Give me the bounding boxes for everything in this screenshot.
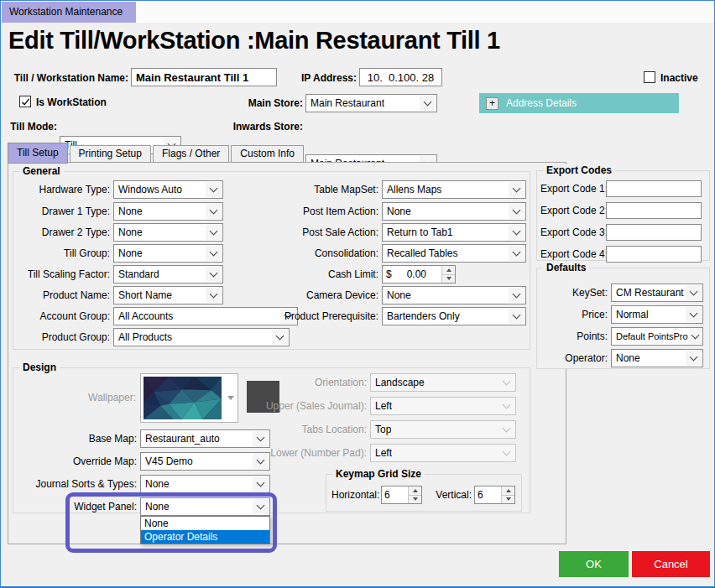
tabs-location-select: Top bbox=[370, 420, 516, 439]
table-mapset-select[interactable]: Allens Maps bbox=[382, 180, 526, 199]
till-group-select[interactable]: None bbox=[113, 244, 223, 263]
points-label: Points: bbox=[540, 330, 608, 342]
till-mode-label: Till Mode: bbox=[6, 121, 57, 133]
product-group-select[interactable]: All Products bbox=[113, 328, 290, 346]
horizontal-grid-stepper[interactable]: 6 bbox=[381, 486, 422, 504]
chevron-down-icon bbox=[686, 285, 702, 300]
till-workstation-name-label: Till / Workstation Name: bbox=[6, 72, 128, 84]
dropdown-option-operator-details[interactable]: Operator Details bbox=[141, 530, 269, 544]
camera-device-label: Camera Device: bbox=[274, 289, 378, 301]
up-arrow-icon bbox=[446, 268, 451, 272]
ip-address-input[interactable] bbox=[359, 68, 442, 86]
product-name-label: Product Name: bbox=[22, 289, 110, 301]
general-group: General Hardware Type: Windows Auto Draw… bbox=[13, 171, 530, 350]
inactive-checkbox[interactable] bbox=[644, 71, 655, 83]
chevron-down-icon bbox=[206, 267, 222, 282]
product-name-select[interactable]: Short Name bbox=[113, 286, 223, 304]
keymap-grid-size-group: Keymap Grid Size Horizontal: 6 Vertical:… bbox=[326, 474, 522, 512]
is-workstation-checkbox[interactable] bbox=[19, 96, 31, 107]
hardware-type-select[interactable]: Windows Auto bbox=[113, 180, 223, 199]
product-prerequisite-select[interactable]: Bartenders Only bbox=[382, 307, 526, 325]
keyset-select[interactable]: CM Restaurant bbox=[611, 284, 703, 302]
chevron-down-icon bbox=[686, 351, 702, 366]
main-store-select[interactable]: Main Restaurant bbox=[305, 94, 437, 112]
post-item-action-label: Post Item Action: bbox=[274, 206, 378, 217]
down-arrow-icon bbox=[506, 497, 511, 501]
export-code-2-input[interactable] bbox=[606, 202, 702, 219]
product-group-value: All Products bbox=[118, 331, 172, 343]
stepper-buttons bbox=[501, 487, 514, 503]
widget-panel-dropdown-list: None Operator Details bbox=[140, 516, 270, 544]
post-item-action-value: None bbox=[387, 206, 411, 217]
inactive-label: Inactive bbox=[660, 72, 698, 84]
chevron-down-icon bbox=[206, 204, 222, 219]
general-group-title: General bbox=[19, 165, 64, 177]
cash-limit-stepper[interactable]: $ 0.00 bbox=[382, 265, 456, 284]
cancel-button[interactable]: Cancel bbox=[632, 551, 710, 577]
widget-panel-select[interactable]: None bbox=[140, 497, 270, 516]
export-code-3-input[interactable] bbox=[606, 224, 702, 241]
till-scaling-factor-select[interactable]: Standard bbox=[113, 265, 223, 284]
export-code-4-label: Export Code 4: bbox=[540, 248, 603, 260]
drawer2-type-label: Drawer 2 Type: bbox=[22, 226, 110, 238]
journal-sorts-value: None bbox=[145, 478, 170, 490]
table-mapset-value: Allens Maps bbox=[387, 184, 441, 195]
address-details-label: Address Details bbox=[506, 97, 577, 109]
till-workstation-name-input[interactable] bbox=[131, 68, 277, 86]
table-mapset-label: Table MapSet: bbox=[274, 184, 378, 195]
chevron-down-icon bbox=[498, 398, 514, 414]
journal-sorts-select[interactable]: None bbox=[140, 475, 270, 493]
chevron-down-icon bbox=[686, 307, 702, 322]
window-title-tab[interactable]: Workstation Maintenance bbox=[2, 2, 136, 23]
page-title: Edit Till/WorkStation :Main Restaurant T… bbox=[8, 27, 500, 55]
journal-sorts-label: Journal Sorts & Types: bbox=[17, 478, 137, 490]
defaults-group-title: Defaults bbox=[543, 262, 589, 273]
dropdown-option-none[interactable]: None bbox=[141, 517, 269, 530]
main-store-value: Main Restaurant bbox=[311, 97, 384, 109]
orientation-select: Landscape bbox=[370, 373, 516, 392]
product-group-label: Product Group: bbox=[22, 331, 110, 343]
till-scaling-factor-label: Till Scaling Factor: bbox=[22, 268, 110, 280]
till-group-value: None bbox=[118, 247, 143, 259]
cash-limit-label: Cash Limit: bbox=[274, 268, 378, 280]
widget-panel-label: Widget Panel: bbox=[17, 501, 137, 513]
product-prerequisite-value: Bartenders Only bbox=[387, 310, 460, 322]
price-label: Price: bbox=[540, 309, 608, 320]
consolidation-select[interactable]: Recalled Tables bbox=[382, 244, 526, 263]
keymap-grid-size-title: Keymap Grid Size bbox=[332, 468, 425, 480]
tab-flags-other[interactable]: Flags / Other bbox=[153, 145, 229, 163]
vertical-grid-stepper[interactable]: 6 bbox=[474, 486, 515, 504]
chevron-down-icon bbox=[206, 288, 222, 303]
export-code-1-input[interactable] bbox=[606, 180, 702, 197]
drawer1-type-select[interactable]: None bbox=[113, 202, 223, 221]
address-details-button[interactable]: + Address Details bbox=[479, 93, 679, 113]
account-group-select[interactable]: All Accounts bbox=[113, 307, 298, 325]
vertical-label: Vertical: bbox=[431, 489, 472, 501]
tab-custom-info[interactable]: Custom Info bbox=[231, 145, 304, 163]
spin-down-button[interactable] bbox=[409, 495, 421, 504]
drawer1-type-label: Drawer 1 Type: bbox=[22, 206, 110, 217]
tabs-location-label: Tabs Location: bbox=[185, 424, 367, 435]
product-name-value: Short Name bbox=[118, 289, 172, 301]
spin-up-button[interactable] bbox=[442, 266, 455, 274]
chevron-down-icon bbox=[206, 182, 222, 197]
spin-up-button[interactable] bbox=[409, 487, 421, 495]
export-codes-group-title: Export Codes bbox=[543, 164, 615, 176]
post-item-action-select[interactable]: None bbox=[382, 202, 526, 221]
spin-up-button[interactable] bbox=[502, 487, 514, 495]
tab-till-setup[interactable]: Till Setup bbox=[8, 143, 68, 164]
post-sale-action-select[interactable]: Return to Tab1 bbox=[382, 223, 526, 242]
operator-select[interactable]: None bbox=[611, 349, 703, 367]
export-code-4-input[interactable] bbox=[606, 246, 702, 263]
tab-printing-setup[interactable]: Printing Setup bbox=[70, 145, 151, 163]
expand-plus-icon[interactable]: + bbox=[486, 97, 498, 110]
points-select[interactable]: Default PointsProf bbox=[611, 327, 703, 346]
spin-down-button[interactable] bbox=[502, 495, 514, 504]
ok-button[interactable]: OK bbox=[559, 551, 629, 577]
camera-device-select[interactable]: None bbox=[382, 286, 526, 304]
price-select[interactable]: Normal bbox=[611, 305, 703, 324]
drawer2-type-select[interactable]: None bbox=[113, 223, 223, 242]
drawer2-type-value: None bbox=[118, 226, 143, 238]
spin-down-button[interactable] bbox=[442, 274, 455, 284]
tab-strip: Till Setup Printing Setup Flags / Other … bbox=[8, 142, 305, 163]
